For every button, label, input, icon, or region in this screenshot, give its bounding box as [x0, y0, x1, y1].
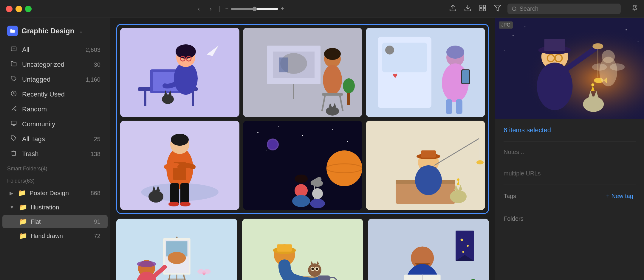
image-cell-9[interactable]: [368, 219, 489, 280]
zoom-slider-container: − +: [225, 6, 284, 12]
svg-point-189: [513, 35, 514, 36]
svg-rect-3: [483, 5, 486, 7]
fullscreen-button[interactable]: [25, 6, 32, 12]
divider-2: [504, 163, 636, 163]
selected-count: 6: [504, 126, 507, 134]
image-cell-5[interactable]: [243, 121, 362, 210]
divider-1: [504, 141, 636, 141]
svg-point-97: [310, 199, 325, 208]
jpg-badge: JPG: [499, 21, 513, 29]
svg-rect-15: [11, 121, 16, 125]
minimize-button[interactable]: [16, 6, 22, 12]
preview-svg: [495, 18, 644, 119]
hand-drawn-count: 72: [94, 233, 100, 239]
sidebar-trash-count: 138: [91, 151, 100, 158]
folders-row: Folders: [504, 215, 636, 222]
svg-point-159: [462, 251, 464, 253]
main-layout: Graphic Design ⌄ All 2,603 Uncategorized…: [0, 18, 644, 280]
items-selected-text: 6 items selected: [504, 126, 636, 134]
all-icon: [10, 46, 18, 54]
nav-forward-button[interactable]: ›: [207, 4, 214, 14]
svg-rect-22: [192, 91, 194, 106]
grid-icon[interactable]: [478, 3, 488, 15]
new-tag-label: New tag: [612, 193, 633, 200]
image-cell-8[interactable]: [242, 219, 363, 280]
sidebar-untagged-label: Untagged: [22, 76, 81, 83]
svg-point-80: [278, 126, 279, 127]
pin-icon[interactable]: [631, 5, 638, 13]
svg-point-93: [295, 175, 308, 183]
illustration-folder-icon: 📁: [19, 203, 27, 211]
new-tag-button[interactable]: + New tag: [604, 192, 636, 201]
sidebar-item-all-tags[interactable]: All Tags 25: [2, 132, 108, 146]
poster-design-count: 868: [91, 190, 100, 197]
sidebar-item-trash[interactable]: Trash 138: [2, 147, 108, 161]
image-cell-1[interactable]: [120, 28, 239, 117]
nav-back-button[interactable]: ‹: [196, 4, 202, 14]
tags-header: Tags + New tag: [504, 192, 636, 201]
right-panel: JPG: [495, 18, 644, 280]
flat-count: 91: [94, 218, 100, 225]
sidebar-item-all[interactable]: All 2,603: [2, 43, 108, 57]
flat-folder-icon: 📁: [19, 218, 27, 225]
svg-point-191: [626, 29, 627, 30]
close-button[interactable]: [6, 6, 13, 12]
zoom-minus-icon[interactable]: −: [225, 6, 228, 12]
search-input[interactable]: [520, 5, 617, 12]
svg-point-134: [308, 263, 321, 277]
svg-point-89: [268, 140, 278, 149]
image-cell-7[interactable]: [116, 219, 237, 280]
sidebar-folder-poster-design[interactable]: ▶ 📁 Poster Design 868: [2, 186, 108, 200]
folder-icon: [10, 28, 16, 34]
sidebar-item-random[interactable]: Random: [2, 102, 108, 116]
svg-point-157: [461, 239, 463, 241]
svg-rect-71: [180, 183, 189, 204]
sidebar-folder-illustration[interactable]: ▼ 📁 Illustration: [2, 201, 108, 214]
image-cell-6[interactable]: [366, 121, 485, 210]
image-cell-2[interactable]: [243, 28, 362, 117]
sidebar-random-label: Random: [22, 105, 100, 113]
sidebar-title: Graphic Design: [21, 27, 74, 35]
untagged-icon: [10, 76, 18, 83]
sidebar-all-count: 2,603: [86, 46, 100, 53]
selected-image-group: ♥: [116, 24, 489, 214]
folders-label: Folders: [504, 215, 636, 222]
divider-3: [504, 184, 636, 184]
sidebar-item-community[interactable]: Community: [2, 117, 108, 131]
notes-placeholder[interactable]: Notes...: [504, 149, 636, 155]
sidebar-item-untagged[interactable]: Untagged 1,160: [2, 73, 108, 86]
svg-marker-6: [494, 5, 501, 11]
svg-point-59: [446, 46, 464, 59]
svg-point-73: [148, 191, 163, 203]
sidebar-header[interactable]: Graphic Design ⌄: [0, 23, 110, 39]
sidebar: Graphic Design ⌄ All 2,603 Uncategorized…: [0, 18, 110, 280]
zoom-plus-icon[interactable]: +: [281, 6, 284, 12]
svg-rect-170: [544, 39, 565, 51]
sidebar-item-recently-used[interactable]: Recently Used: [2, 88, 108, 101]
upload-icon[interactable]: [448, 3, 458, 15]
svg-point-27: [176, 44, 196, 59]
sidebar-subfolder-hand-drawn[interactable]: 📁 Hand drawn 72: [2, 229, 108, 242]
zoom-slider[interactable]: [231, 7, 278, 11]
tags-row: Tags + New tag: [504, 192, 636, 201]
image-cell-3[interactable]: ♥: [366, 28, 485, 117]
svg-rect-64: [456, 99, 462, 114]
smart-folders-section: Smart Folders(4): [0, 162, 110, 173]
recently-used-icon: [10, 91, 18, 98]
notes-row: Notes...: [504, 149, 636, 155]
sidebar-all-label: All: [22, 46, 81, 54]
urls-row: multiple URLs: [504, 170, 636, 177]
plus-icon: +: [606, 193, 610, 200]
svg-rect-4: [480, 9, 482, 11]
svg-rect-21: [144, 91, 146, 106]
uncategorized-icon: [10, 61, 18, 69]
random-icon: [10, 105, 18, 113]
image-cell-4[interactable]: [120, 121, 239, 210]
svg-point-121: [168, 252, 186, 264]
flat-label: Flat: [31, 218, 90, 225]
filter-icon[interactable]: [493, 3, 503, 15]
download-icon[interactable]: [463, 3, 473, 15]
panel-info: 6 items selected Notes... multiple URLs …: [495, 119, 644, 229]
sidebar-item-uncategorized[interactable]: Uncategorized 30: [2, 58, 108, 71]
sidebar-subfolder-flat[interactable]: 📁 Flat 91: [2, 215, 108, 228]
